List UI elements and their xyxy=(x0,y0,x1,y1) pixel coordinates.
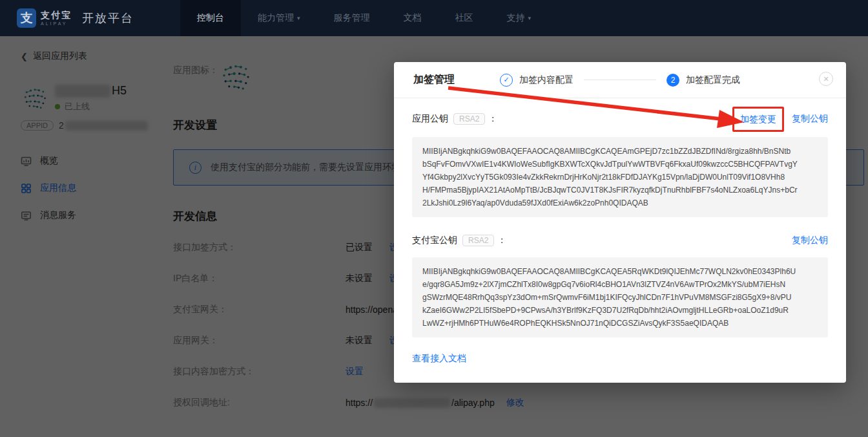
close-icon[interactable]: ✕ xyxy=(819,72,833,86)
nav-item-label: 支持 xyxy=(507,12,525,24)
alipay-brand: 支付宝 ALIPAY xyxy=(41,10,72,26)
key-actions: 加签变更 复制公钥 xyxy=(732,107,828,132)
alipay-public-key-row: 支付宝公钥 RSA2 ： 复制公钥 xyxy=(412,228,828,253)
app-public-key-label: 应用公钥 xyxy=(412,113,448,125)
nav-item-label: 文档 xyxy=(404,12,422,24)
nav-item-support[interactable]: 支持▾ xyxy=(490,0,548,36)
step-done-check-icon: ✓ xyxy=(500,74,513,87)
caret-down-icon: ▾ xyxy=(528,15,532,21)
app-public-key-value[interactable]: MIIBIjANBgkqhkiG9w0BAQEFAAOCAQ8AMIIBCgKC… xyxy=(412,137,828,217)
alipay-public-key-value[interactable]: MIIBIjANBgkqhkiG9w0BAQEFAAOCAQ8AMIIBCgKC… xyxy=(412,257,828,337)
modal-body: 应用公钥 RSA2 ： 加签变更 复制公钥 MIIBIjANBgkqhkiG9w… xyxy=(394,105,846,365)
step-separator xyxy=(584,80,656,80)
brand-en: ALIPAY xyxy=(41,21,72,26)
steps-indicator: ✓ 加签内容配置 2 加签配置完成 xyxy=(500,74,740,87)
copy-alipay-public-key-link[interactable]: 复制公钥 xyxy=(792,235,828,246)
colon: ： xyxy=(488,113,497,125)
app-public-key-row: 应用公钥 RSA2 ： 加签变更 复制公钥 xyxy=(412,105,828,133)
key-actions: 复制公钥 xyxy=(792,235,828,246)
sign-management-modal: 加签管理 ✓ 加签内容配置 2 加签配置完成 ✕ 应用公钥 RSA2 ： 加签变… xyxy=(394,62,846,383)
caret-down-icon: ▾ xyxy=(297,15,300,21)
annotation-highlight-box: 加签变更 xyxy=(732,107,784,132)
nav-item-docs[interactable]: 文档 xyxy=(387,0,439,36)
alipay-logo-icon[interactable]: 支 xyxy=(17,8,36,28)
modal-header: 加签管理 ✓ 加签内容配置 2 加签配置完成 ✕ xyxy=(394,62,846,98)
step-label: 加签内容配置 xyxy=(519,74,574,86)
step-number-badge: 2 xyxy=(666,74,679,87)
platform-title: 开放平台 xyxy=(82,10,134,26)
brand-cn: 支付宝 xyxy=(41,10,72,19)
screen: 支 支付宝 ALIPAY 开放平台 控制台 能力管理▾ 服务管理 文档 社区 支… xyxy=(0,0,868,437)
nav-item-label: 控制台 xyxy=(197,12,224,24)
rsa2-badge: RSA2 xyxy=(453,113,485,125)
nav-item-label: 社区 xyxy=(455,12,473,24)
step-label: 加签配置完成 xyxy=(686,74,740,86)
modal-title: 加签管理 xyxy=(413,73,455,87)
nav-item-service[interactable]: 服务管理 xyxy=(317,0,387,36)
nav-item-capability[interactable]: 能力管理▾ xyxy=(241,0,317,36)
nav-item-console[interactable]: 控制台 xyxy=(180,0,241,36)
rsa2-badge: RSA2 xyxy=(462,235,494,246)
colon: ： xyxy=(497,235,506,246)
view-integration-doc-link[interactable]: 查看接入文档 xyxy=(412,353,466,365)
nav-item-community[interactable]: 社区 xyxy=(439,0,490,36)
top-navbar: 支 支付宝 ALIPAY 开放平台 控制台 能力管理▾ 服务管理 文档 社区 支… xyxy=(0,0,868,36)
nav-item-label: 服务管理 xyxy=(334,12,370,24)
alipay-public-key-label: 支付宝公钥 xyxy=(412,235,457,246)
copy-app-public-key-link[interactable]: 复制公钥 xyxy=(792,113,828,125)
sign-change-link[interactable]: 加签变更 xyxy=(740,114,776,124)
nav-item-label: 能力管理 xyxy=(258,12,294,24)
nav-menu: 控制台 能力管理▾ 服务管理 文档 社区 支持▾ xyxy=(180,0,548,36)
